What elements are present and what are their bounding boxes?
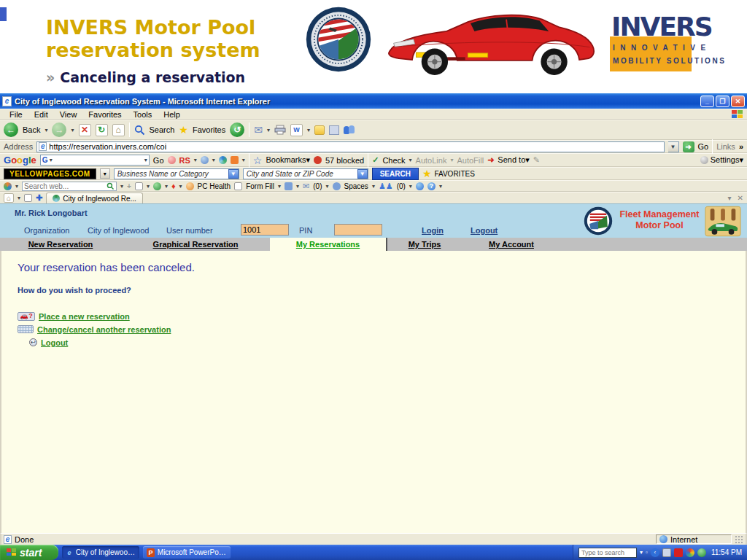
google-settings[interactable]: Settings▾ xyxy=(700,155,743,165)
bookmarks-label[interactable]: Bookmarks▾ xyxy=(266,155,310,165)
pin-input[interactable] xyxy=(334,224,382,236)
msn-flag-icon[interactable] xyxy=(4,182,12,190)
favorites-star-icon[interactable]: ★ xyxy=(179,124,188,136)
login-link[interactable]: Login xyxy=(422,226,444,235)
tab-my-trips[interactable]: My Trips xyxy=(387,238,462,251)
go-icon[interactable]: ➜ xyxy=(683,141,694,152)
yellowpages-dropdown-icon[interactable]: ▾ xyxy=(100,168,110,179)
wireless-tray-icon[interactable] xyxy=(697,548,706,557)
check-label[interactable]: Check xyxy=(382,156,405,165)
popup-blocked-icon[interactable] xyxy=(314,156,322,164)
back-label[interactable]: Back xyxy=(23,125,40,134)
quick-tabs-icon[interactable]: ⌂ xyxy=(4,193,14,203)
messenger-icon[interactable] xyxy=(344,125,355,135)
edit-icon[interactable]: W xyxy=(290,124,303,136)
google-swirl-icon[interactable] xyxy=(219,156,227,164)
tab-graphical-reservation[interactable]: Graphical Reservation xyxy=(121,238,270,251)
tab-close-icon[interactable]: ✕ xyxy=(738,194,743,202)
tab-scroll-icon[interactable]: ▾ xyxy=(728,194,732,202)
forward-icon[interactable]: → xyxy=(52,122,66,137)
mail-tray-icon[interactable]: ✉ xyxy=(303,182,309,190)
yellowpages-logo[interactable]: YELLOWPAGES.COM xyxy=(4,168,96,179)
people-count-label[interactable]: (0) xyxy=(397,182,406,190)
address-dropdown-icon[interactable]: ▼ xyxy=(668,141,679,152)
autofill-label[interactable]: AutoFill xyxy=(457,156,484,165)
search-label[interactable]: Search xyxy=(150,125,175,134)
print-icon[interactable] xyxy=(274,125,286,135)
yp-favorites[interactable]: ★FAVORITES xyxy=(422,168,475,179)
active-tab[interactable]: City of Inglewood Re... xyxy=(46,192,143,204)
city-state-select[interactable]: City and State or ZIP Code▼ xyxy=(243,168,368,179)
google-news-icon[interactable] xyxy=(168,156,176,164)
back-dropdown-icon[interactable]: ▾ xyxy=(44,127,47,133)
menu-help[interactable]: Help xyxy=(158,110,186,119)
people-icon[interactable]: ♟♟ xyxy=(379,182,393,191)
history-icon[interactable]: ↺ xyxy=(230,122,244,137)
tray-search-input[interactable] xyxy=(578,548,637,558)
links-label[interactable]: Links xyxy=(716,142,735,151)
sendto-label[interactable]: Send to▾ xyxy=(498,155,529,165)
globe-icon[interactable] xyxy=(416,182,424,190)
tab-list-icon[interactable] xyxy=(24,194,32,202)
action-logout[interactable]: ↩ Logout xyxy=(29,338,746,347)
address-url[interactable]: https://reservation.invers.com/coi xyxy=(49,142,166,151)
sendto-arrow-icon[interactable]: ➜ xyxy=(487,155,494,165)
help-icon[interactable]: ? xyxy=(427,182,436,190)
action-change-cancel[interactable]: Change/cancel another reservation xyxy=(18,324,746,334)
hide-icons-icon[interactable]: ‹ xyxy=(651,548,659,557)
close-button[interactable]: ✕ xyxy=(731,96,745,107)
minimize-button[interactable]: _ xyxy=(700,96,714,107)
google-search-input[interactable]: G▾▾ xyxy=(40,155,150,166)
stop-icon[interactable]: ✕ xyxy=(79,124,91,136)
google-rs-label[interactable]: RS xyxy=(179,156,190,165)
pc-health-label[interactable]: PC Health xyxy=(198,182,231,190)
tray-square-icon[interactable]: ▫ xyxy=(646,549,648,556)
mail-dropdown-icon[interactable]: ▾ xyxy=(267,127,270,133)
autolink-label[interactable]: AutoLink xyxy=(416,156,447,165)
menu-favorites[interactable]: Favorites xyxy=(82,110,127,119)
menu-file[interactable]: File xyxy=(4,110,28,119)
web-search-box[interactable] xyxy=(22,182,117,191)
favorites-label[interactable]: Favorites xyxy=(193,125,225,134)
alert-tray-icon[interactable] xyxy=(674,548,683,557)
research-icon[interactable] xyxy=(329,125,339,135)
links-chevron-icon[interactable]: » xyxy=(739,142,743,151)
tab-my-reservations[interactable]: My Reservations xyxy=(270,238,387,251)
back-icon[interactable]: ← xyxy=(4,122,18,137)
home-icon[interactable]: ⌂ xyxy=(112,124,125,136)
user-number-input[interactable] xyxy=(241,224,289,236)
address-field[interactable]: e https://reservation.invers.com/coi xyxy=(36,141,664,152)
google-puzzle-icon[interactable] xyxy=(231,156,239,164)
network-monitor-icon[interactable] xyxy=(662,548,671,557)
flame-icon[interactable]: ♦ xyxy=(171,182,176,190)
settings-label[interactable]: Settings▾ xyxy=(711,155,743,165)
spaces-label[interactable]: Spaces xyxy=(344,182,368,190)
google-eye-icon[interactable] xyxy=(201,156,209,164)
feed-icon[interactable] xyxy=(285,182,293,190)
refresh-icon[interactable]: ↻ xyxy=(96,124,108,136)
tab-title[interactable]: City of Inglewood Re... xyxy=(63,195,136,203)
tab-new-reservation[interactable]: New Reservation xyxy=(0,238,121,251)
notes-icon[interactable] xyxy=(314,125,325,135)
taskbar-item-ie[interactable]: e City of Inglewood Re... xyxy=(62,546,139,559)
spellcheck-icon[interactable]: ✓ xyxy=(372,155,379,165)
menu-tools[interactable]: Tools xyxy=(128,110,158,119)
new-tab-icon[interactable]: ✚ xyxy=(36,193,42,203)
tray-search-dropdown-icon[interactable]: ▾ xyxy=(640,549,643,556)
highlighter-icon[interactable]: ✎ xyxy=(533,155,540,165)
restore-button[interactable]: ❐ xyxy=(716,96,729,107)
logout-link[interactable]: Logout xyxy=(471,226,498,235)
media-tray-icon[interactable] xyxy=(686,548,694,557)
form-fill-label[interactable]: Form Fill xyxy=(246,182,274,190)
menu-edit[interactable]: Edit xyxy=(28,110,54,119)
green-orb-icon[interactable] xyxy=(153,182,161,190)
tab-my-account[interactable]: My Account xyxy=(462,238,561,251)
google-go-label[interactable]: Go xyxy=(153,156,164,165)
web-search-input[interactable] xyxy=(24,182,97,190)
business-name-select[interactable]: Business Name or Category▼ xyxy=(114,168,239,179)
taskbar-item-powerpoint[interactable]: P Microsoft PowerPoint ... xyxy=(143,546,231,559)
resize-grip[interactable] xyxy=(735,535,743,544)
mail-count-label[interactable]: (0) xyxy=(313,182,322,190)
yp-search-button[interactable]: SEARCH xyxy=(372,168,419,180)
search-icon[interactable] xyxy=(134,125,145,136)
